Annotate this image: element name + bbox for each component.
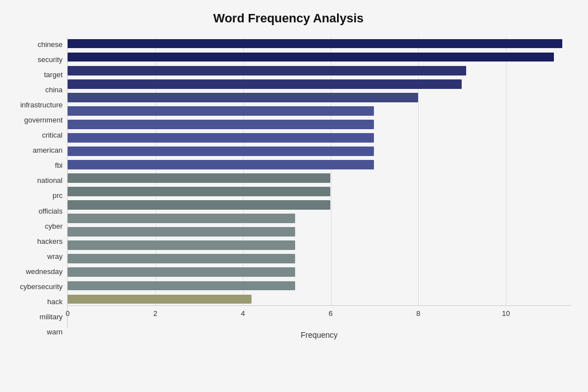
bar-row bbox=[68, 39, 571, 49]
bar-row bbox=[68, 267, 571, 277]
bar-row bbox=[68, 93, 571, 102]
grid-line bbox=[418, 37, 419, 305]
bars-and-x: 0246810 Frequency bbox=[67, 37, 571, 339]
bar-row bbox=[68, 295, 571, 304]
bar bbox=[68, 267, 295, 277]
bar-row bbox=[68, 187, 571, 196]
bar-row bbox=[68, 106, 571, 116]
bar-row bbox=[68, 160, 571, 169]
y-label: security bbox=[37, 56, 63, 63]
y-label: fbi bbox=[55, 162, 63, 169]
bar bbox=[68, 200, 330, 210]
bars-area bbox=[67, 37, 571, 306]
bar bbox=[68, 214, 295, 223]
y-label: hack bbox=[48, 298, 63, 305]
bar bbox=[68, 53, 554, 62]
bar bbox=[68, 254, 295, 263]
bar bbox=[68, 93, 418, 102]
y-label: wednesday bbox=[26, 268, 63, 275]
x-tick: 0 bbox=[65, 309, 69, 318]
y-label: cybersecurity bbox=[20, 283, 63, 290]
grid-line bbox=[331, 37, 331, 305]
bar-row bbox=[68, 79, 571, 89]
bar-row bbox=[68, 120, 571, 129]
bar-row bbox=[68, 147, 571, 156]
bar bbox=[68, 133, 374, 143]
bar-row bbox=[68, 281, 571, 291]
bar bbox=[68, 79, 462, 89]
bar bbox=[68, 106, 374, 116]
bar-row bbox=[68, 200, 571, 210]
y-label: cyber bbox=[45, 223, 63, 230]
chart-container: Word Frequency Analysis chinesesecurityt… bbox=[0, 0, 588, 392]
bar-row bbox=[68, 254, 571, 263]
bar bbox=[68, 173, 330, 183]
y-label: government bbox=[24, 116, 63, 124]
grid-line bbox=[243, 37, 244, 305]
x-axis-label: Frequency bbox=[67, 330, 571, 339]
bar-row bbox=[68, 227, 571, 237]
y-label: chinese bbox=[37, 41, 63, 48]
bar bbox=[68, 120, 374, 129]
y-label: officials bbox=[39, 207, 63, 215]
bar bbox=[68, 66, 466, 75]
y-label: hackers bbox=[37, 238, 63, 245]
y-label: target bbox=[44, 71, 63, 78]
bar bbox=[68, 160, 374, 169]
chart-area: chinesesecuritytargetchinainfrastructure… bbox=[6, 37, 571, 339]
bar-row bbox=[68, 53, 571, 62]
y-label: infrastructure bbox=[20, 101, 63, 108]
bar bbox=[68, 295, 252, 304]
y-axis: chinesesecuritytargetchinainfrastructure… bbox=[6, 37, 67, 339]
y-label: military bbox=[40, 313, 63, 320]
bar bbox=[68, 39, 562, 49]
x-tick: 4 bbox=[241, 309, 245, 318]
x-tick: 2 bbox=[153, 309, 157, 318]
y-label: china bbox=[45, 86, 63, 93]
bar-row bbox=[68, 66, 571, 75]
bar bbox=[68, 240, 295, 250]
x-axis: 0246810 bbox=[67, 306, 571, 328]
y-label: wray bbox=[48, 253, 63, 260]
bar bbox=[68, 147, 374, 156]
y-label: prc bbox=[53, 192, 63, 199]
x-tick: 8 bbox=[416, 309, 420, 318]
bar bbox=[68, 281, 295, 291]
grid-line bbox=[155, 37, 156, 305]
bar bbox=[68, 187, 330, 196]
bar-row bbox=[68, 173, 571, 183]
x-tick: 6 bbox=[329, 309, 333, 318]
bar-row bbox=[68, 133, 571, 143]
y-label: critical bbox=[42, 131, 63, 139]
chart-title: Word Frequency Analysis bbox=[6, 11, 571, 26]
bar-row bbox=[68, 240, 571, 250]
y-label: warn bbox=[47, 328, 63, 336]
bar bbox=[68, 227, 295, 237]
x-tick: 10 bbox=[502, 309, 510, 318]
y-label: american bbox=[33, 147, 63, 154]
y-label: national bbox=[37, 177, 63, 184]
bar-row bbox=[68, 214, 571, 223]
grid-line bbox=[506, 37, 506, 305]
